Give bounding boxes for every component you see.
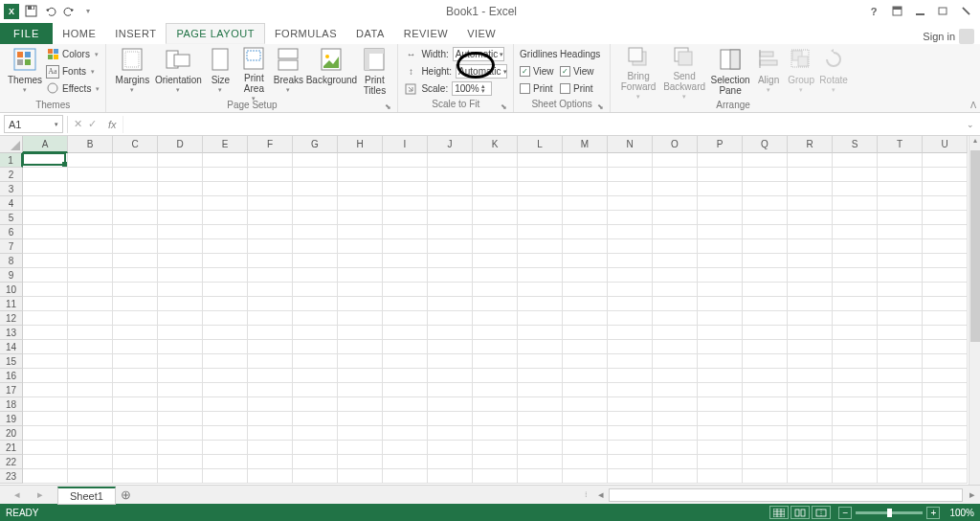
cell[interactable] (248, 412, 293, 426)
cell[interactable] (833, 441, 878, 455)
themes-button[interactable]: Themes ▾ (6, 46, 44, 100)
headings-view-checkbox[interactable]: ✓View (560, 63, 604, 79)
cell[interactable] (23, 455, 68, 469)
cancel-formula-icon[interactable]: ✕ (74, 118, 82, 130)
cell[interactable] (203, 441, 248, 455)
cell[interactable] (293, 283, 338, 297)
cell[interactable] (878, 182, 923, 196)
cell[interactable] (68, 383, 113, 397)
cell[interactable] (743, 369, 788, 383)
cell[interactable] (788, 354, 833, 369)
width-control[interactable]: ↔Width:Automatic▾ (404, 46, 507, 62)
col-header-S[interactable]: S (833, 136, 878, 153)
cell[interactable] (788, 441, 833, 455)
cell[interactable] (563, 326, 608, 340)
cell[interactable] (158, 326, 203, 340)
cell[interactable] (428, 196, 473, 211)
cell[interactable] (518, 182, 563, 196)
cell[interactable] (383, 369, 428, 383)
cell[interactable] (518, 153, 563, 168)
cell[interactable] (428, 412, 473, 426)
cell[interactable] (923, 354, 968, 369)
cell[interactable] (338, 311, 383, 326)
cell[interactable] (518, 383, 563, 397)
cell[interactable] (23, 340, 68, 354)
cell[interactable] (608, 441, 653, 455)
scale-control[interactable]: Scale:100%▴▾ (404, 80, 507, 97)
cell[interactable] (878, 239, 923, 254)
vertical-scrollbar[interactable]: ▴ (969, 136, 980, 485)
cell[interactable] (518, 412, 563, 426)
cell[interactable] (68, 182, 113, 196)
cell[interactable] (203, 254, 248, 268)
cell[interactable] (23, 225, 68, 239)
background-button[interactable]: Background (305, 46, 357, 100)
row-header-13[interactable]: 13 (0, 326, 23, 340)
tab-view[interactable]: VIEW (457, 23, 505, 44)
cell[interactable] (68, 153, 113, 168)
cell[interactable] (428, 211, 473, 225)
cell[interactable] (248, 297, 293, 311)
cell[interactable] (428, 441, 473, 455)
cell[interactable] (473, 441, 518, 455)
cell[interactable] (473, 455, 518, 469)
cell[interactable] (698, 426, 743, 441)
cell[interactable] (158, 283, 203, 297)
cell[interactable] (698, 153, 743, 168)
page-layout-view-icon[interactable] (791, 506, 810, 519)
cell[interactable] (248, 369, 293, 383)
cell[interactable] (338, 426, 383, 441)
col-header-M[interactable]: M (563, 136, 608, 153)
cell[interactable] (833, 412, 878, 426)
new-sheet-button[interactable]: ⊕ (116, 487, 137, 504)
cell[interactable] (743, 297, 788, 311)
cell[interactable] (248, 311, 293, 326)
cell[interactable] (878, 283, 923, 297)
cell[interactable] (563, 297, 608, 311)
cell[interactable] (158, 455, 203, 469)
row-header-6[interactable]: 6 (0, 225, 23, 239)
row-header-21[interactable]: 21 (0, 441, 23, 455)
cell[interactable] (563, 254, 608, 268)
cell[interactable] (788, 268, 833, 283)
cell[interactable] (203, 239, 248, 254)
cell[interactable] (203, 340, 248, 354)
cell[interactable] (563, 397, 608, 412)
cell[interactable] (608, 311, 653, 326)
cell[interactable] (833, 254, 878, 268)
cell[interactable] (23, 354, 68, 369)
cell[interactable] (878, 225, 923, 239)
cell[interactable] (923, 225, 968, 239)
cell[interactable] (113, 168, 158, 182)
cell[interactable] (608, 153, 653, 168)
col-header-E[interactable]: E (203, 136, 248, 153)
cell[interactable] (158, 168, 203, 182)
cell[interactable] (563, 239, 608, 254)
cell[interactable] (878, 469, 923, 484)
cell[interactable] (698, 369, 743, 383)
hscroll-right-icon[interactable]: ▸ (965, 488, 980, 501)
cell[interactable] (338, 441, 383, 455)
cell[interactable] (698, 168, 743, 182)
cell[interactable] (788, 469, 833, 484)
cell[interactable] (68, 412, 113, 426)
cell[interactable] (653, 239, 698, 254)
cell[interactable] (383, 455, 428, 469)
cell[interactable] (473, 369, 518, 383)
cell[interactable] (653, 383, 698, 397)
gridlines-print-checkbox[interactable]: Print (520, 80, 560, 97)
cell[interactable] (203, 426, 248, 441)
cell[interactable] (743, 168, 788, 182)
cell[interactable] (428, 297, 473, 311)
cell[interactable] (68, 211, 113, 225)
cell[interactable] (743, 397, 788, 412)
cell[interactable] (743, 383, 788, 397)
cell[interactable] (608, 225, 653, 239)
cell[interactable] (203, 283, 248, 297)
cell[interactable] (518, 441, 563, 455)
cell[interactable] (383, 326, 428, 340)
cell[interactable] (833, 354, 878, 369)
row-header-11[interactable]: 11 (0, 297, 23, 311)
zoom-in-icon[interactable]: + (926, 507, 940, 519)
cell[interactable] (608, 397, 653, 412)
